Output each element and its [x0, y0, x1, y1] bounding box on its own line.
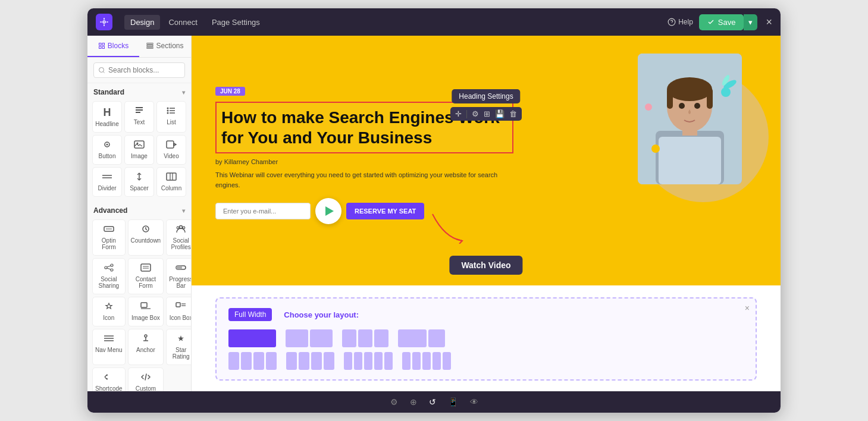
save-dropdown-button[interactable]: ▾ [744, 14, 757, 30]
svg-point-67 [645, 103, 652, 111]
section-advanced-header[interactable]: Advanced ▾ [87, 202, 191, 217]
move-icon[interactable]: ✛ [455, 109, 462, 118]
block-video[interactable]: Video [156, 135, 186, 165]
svg-point-66 [651, 144, 660, 153]
save-block-icon[interactable]: 💾 [495, 109, 504, 118]
block-anchor[interactable]: Anchor [128, 329, 164, 365]
watch-video-tooltip[interactable]: Watch Video [449, 256, 522, 275]
save-button[interactable]: Save [699, 14, 744, 30]
layout-3col[interactable] [342, 329, 388, 347]
sidebar-tabs: Blocks Sections [87, 36, 191, 58]
play-button[interactable] [315, 198, 341, 224]
svg-rect-61 [667, 88, 673, 109]
svg-point-60 [667, 77, 712, 101]
settings-bottom-icon[interactable]: ⚙ [390, 397, 398, 407]
layout-full-width[interactable] [228, 329, 276, 347]
block-list[interactable]: List [156, 101, 186, 133]
standard-blocks-grid: H Headline Text List [87, 99, 191, 202]
block-image[interactable]: Image [124, 135, 154, 165]
history-bottom-icon[interactable]: ↺ [429, 397, 436, 407]
block-image-box[interactable]: Image Box [128, 297, 164, 326]
search-input[interactable] [93, 62, 185, 78]
tab-sections[interactable]: Sections [139, 36, 191, 57]
layout-row-2 [228, 352, 744, 370]
svg-point-35 [111, 264, 113, 266]
svg-line-38 [107, 266, 111, 267]
column-icon [166, 172, 177, 183]
block-progress-bar[interactable]: Progress Bar [166, 258, 192, 294]
spacer-icon [134, 172, 145, 183]
social-profiles-icon [176, 225, 186, 235]
anchor-icon [140, 334, 151, 345]
button-icon [102, 140, 112, 151]
close-button[interactable]: × [766, 16, 772, 29]
svg-point-16 [167, 112, 169, 114]
svg-rect-45 [141, 303, 147, 307]
video-icon [166, 140, 177, 151]
layout-chooser-header: Full Width Choose your layout: [228, 308, 744, 321]
block-star-rating[interactable]: Star Rating [166, 329, 192, 365]
full-width-tab[interactable]: Full Width [228, 308, 272, 321]
nav-design[interactable]: Design [124, 15, 160, 30]
mobile-bottom-icon[interactable]: 📱 [448, 397, 458, 407]
svg-point-19 [106, 144, 108, 146]
block-custom-html[interactable]: Custom HTML [128, 367, 164, 391]
add-bottom-icon[interactable]: ⊕ [410, 397, 417, 407]
nav-connect[interactable]: Connect [162, 15, 203, 30]
svg-point-0 [103, 21, 105, 23]
layout-row-1 [228, 329, 744, 347]
main-content: Blocks Sections Standard ▾ H Headline [87, 36, 781, 391]
heading-settings-tooltip: Heading Settings [452, 89, 520, 103]
svg-point-12 [167, 108, 169, 109]
delete-icon[interactable]: 🗑 [509, 109, 517, 118]
search-bar [87, 58, 191, 83]
block-icon[interactable]: Icon [92, 297, 126, 326]
bottom-toolbar: ⚙ ⊕ ↺ 📱 👁 [87, 391, 781, 413]
list-icon [167, 106, 176, 117]
nav-page-settings[interactable]: Page Settings [206, 15, 266, 30]
block-shortcode[interactable]: Shortcode [92, 367, 126, 391]
block-divider[interactable]: Divider [92, 167, 122, 197]
layout-close-button[interactable]: × [745, 303, 750, 313]
layout-mixed-3[interactable] [402, 352, 451, 370]
canvas-area: Heading Settings ✛ ⚙ ⊞ 💾 🗑 JUN 28 How to… [192, 36, 781, 391]
layout-mixed-1[interactable] [286, 352, 334, 370]
layout-mixed-2[interactable] [344, 352, 393, 370]
svg-point-63 [679, 103, 685, 109]
duplicate-icon[interactable]: ⊞ [484, 109, 490, 118]
block-social-profiles[interactable]: Social Profiles [166, 219, 192, 256]
block-optin-form[interactable]: Optin Form [92, 219, 126, 256]
layout-2col-unequal[interactable] [398, 329, 445, 347]
settings-icon[interactable]: ⚙ [472, 109, 479, 118]
block-icon-box[interactable]: Icon Box [166, 297, 192, 326]
reserve-seat-button[interactable]: RESERVE MY SEAT [346, 203, 424, 219]
icon-block-icon [104, 302, 114, 313]
divider-icon [102, 172, 112, 183]
icon-box-icon [176, 302, 186, 313]
contact-form-icon [140, 263, 151, 274]
block-social-sharing[interactable]: Social Sharing [92, 258, 126, 294]
email-input[interactable] [215, 203, 311, 219]
layout-2col[interactable] [286, 329, 333, 347]
sidebar: Blocks Sections Standard ▾ H Headline [87, 36, 192, 391]
hero-badge: JUN 28 [215, 87, 245, 96]
hero-author: by Killarney Chamber [215, 158, 513, 165]
block-spacer[interactable]: Spacer [124, 167, 154, 197]
tab-blocks[interactable]: Blocks [87, 36, 139, 57]
block-column[interactable]: Column [156, 167, 186, 197]
app-window: Design Connect Page Settings Help Save ▾… [87, 8, 781, 413]
section-standard-header[interactable]: Standard ▾ [87, 83, 191, 99]
svg-point-36 [105, 266, 107, 269]
custom-html-icon [140, 373, 151, 384]
preview-bottom-icon[interactable]: 👁 [470, 397, 478, 407]
block-contact-form[interactable]: Contact Form [128, 258, 164, 294]
block-text[interactable]: Text [124, 101, 154, 133]
chevron-down-icon-2: ▾ [182, 208, 185, 214]
block-countdown[interactable]: Countdown [128, 219, 164, 256]
block-headline[interactable]: H Headline [92, 101, 122, 133]
block-button[interactable]: Button [92, 135, 122, 165]
help-button[interactable]: Help [668, 18, 693, 26]
layout-section: × Full Width Choose your layout: [192, 285, 781, 391]
block-nav-menu[interactable]: Nav Menu [92, 329, 126, 365]
layout-4col[interactable] [228, 352, 277, 370]
